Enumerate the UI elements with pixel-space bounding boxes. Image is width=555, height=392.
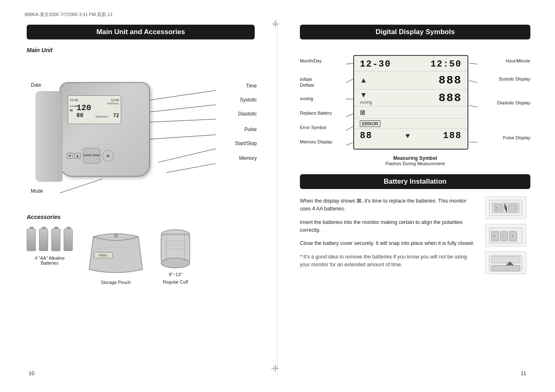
battery-footnote: * It's a good idea to remove the batteri… bbox=[300, 253, 477, 269]
svg-line-23 bbox=[346, 126, 354, 131]
screen-diastolic: 80 bbox=[76, 112, 83, 119]
battery-step-2-img: + − + bbox=[485, 224, 526, 247]
device-illustration: INDEX 12-30 12:50 120 SYSTOLIC mmHg M 80… bbox=[60, 82, 150, 177]
start-stop-callout: Start/Stop bbox=[235, 141, 257, 146]
memory-callout: Memory bbox=[239, 155, 257, 161]
svg-rect-44 bbox=[491, 265, 520, 271]
svg-text:+: + bbox=[496, 206, 498, 210]
measuring-symbol-note: Measuring Symbol Flashes During Measurem… bbox=[374, 155, 456, 166]
cuff-svg bbox=[159, 228, 192, 270]
storage-pouch-label: Storage Pouch bbox=[101, 280, 131, 285]
time-callout: Time bbox=[246, 83, 257, 89]
right-panel: Digital Display Symbols Month/Day Inflat… bbox=[277, 0, 555, 392]
svg-line-16 bbox=[346, 63, 354, 64]
svg-point-13 bbox=[161, 258, 190, 268]
svg-line-4 bbox=[142, 135, 216, 140]
battery-text-1: When the display shows ⊠, it's time to r… bbox=[300, 196, 477, 213]
battery-label: 4 "AA" Alkaline Batteries bbox=[35, 256, 65, 265]
lcd-callout-lines bbox=[354, 56, 467, 149]
battery-step-3-img bbox=[485, 251, 526, 274]
battery-text-column: When the display shows ⊠, it's time to r… bbox=[300, 196, 477, 274]
digital-display-title: Digital Display Symbols bbox=[300, 25, 530, 39]
cuff-size-label: 9"~13" bbox=[169, 272, 182, 277]
error-symbol-callout: Error Symbol bbox=[300, 125, 326, 130]
month-day-callout: Month/Day bbox=[300, 58, 322, 63]
screen-diastolic-label: DIASTOLIC bbox=[95, 115, 108, 118]
svg-point-10 bbox=[114, 234, 117, 238]
batteries-row bbox=[27, 228, 73, 251]
display-diagram: Month/Day InflateDeflate mmHg Replace Ba… bbox=[300, 47, 530, 166]
screen-systolic: 120 bbox=[76, 103, 91, 113]
lcd-display-box: 12-30 12:50 ▲ 888 ▼ mmHg 888 bbox=[353, 55, 468, 150]
svg-line-22 bbox=[469, 105, 477, 107]
battery-step-1-img: + − bbox=[485, 196, 526, 219]
screen-time: 12:50 bbox=[111, 98, 119, 102]
start-stop-label: START /STOP bbox=[83, 154, 99, 157]
battery-step-2-svg: + − + bbox=[487, 226, 524, 245]
measuring-symbol-sublabel: Flashes During Measurement bbox=[385, 161, 444, 166]
battery-3 bbox=[51, 228, 60, 251]
accessories-section: 4 "AA" Alkaline Batteries INDEX bbox=[27, 228, 255, 285]
page-number-left: 10 bbox=[29, 371, 34, 376]
svg-line-24 bbox=[346, 142, 354, 145]
svg-line-17 bbox=[469, 63, 477, 64]
mmhg-callout: mmHg bbox=[300, 96, 313, 101]
svg-line-6 bbox=[166, 164, 216, 173]
device-buttons: ▼ ▲ START /STOP M bbox=[67, 148, 143, 164]
screen-systolic-label: SYSTOLIC bbox=[107, 102, 119, 105]
hour-minute-callout: Hour/Minute bbox=[506, 58, 530, 63]
main-unit-diagram: Date Time Systolic Diastolic Pulse Start… bbox=[27, 58, 257, 210]
screen-pulse: 72 bbox=[113, 113, 119, 119]
page-number-right: 11 bbox=[521, 371, 526, 376]
display-symbols-container: Month/Day InflateDeflate mmHg Replace Ba… bbox=[300, 47, 530, 166]
cuff-type-label: Regular Cuff bbox=[163, 279, 188, 284]
screen-mmhg: mmHg bbox=[70, 105, 77, 107]
memory-button-label: M bbox=[107, 154, 109, 157]
battery-2 bbox=[39, 228, 48, 251]
pulse-callout: Pulse bbox=[244, 127, 257, 132]
battery-step-1-svg: + − bbox=[487, 198, 524, 218]
batteries-group: 4 "AA" Alkaline Batteries bbox=[27, 228, 73, 265]
replace-battery-callout: Replace Battery bbox=[300, 111, 332, 115]
svg-text:INDEX: INDEX bbox=[99, 254, 108, 257]
memory-display-callout: Memory Display bbox=[300, 139, 332, 144]
svg-rect-42 bbox=[491, 256, 520, 263]
svg-text:−: − bbox=[516, 206, 518, 210]
battery-install-title: Battery Installation bbox=[300, 174, 530, 189]
svg-line-5 bbox=[158, 149, 216, 162]
systolic-display-callout: Systolic Display bbox=[499, 76, 530, 81]
main-unit-label: Main Unit bbox=[27, 47, 255, 53]
nav-down: ▼ bbox=[67, 153, 73, 159]
cuff-group: 9"~13" Regular Cuff bbox=[159, 228, 192, 284]
svg-line-18 bbox=[346, 78, 354, 83]
battery-4 bbox=[64, 228, 73, 251]
nav-up: ▲ bbox=[74, 153, 81, 159]
svg-line-21 bbox=[346, 113, 354, 117]
memory-button[interactable]: M bbox=[102, 150, 114, 161]
svg-text:+: + bbox=[511, 234, 514, 238]
mode-callout: Mode bbox=[31, 188, 43, 194]
accessories-label: Accessories bbox=[27, 214, 255, 220]
svg-line-19 bbox=[469, 81, 477, 83]
screen-date: 12-30 bbox=[70, 98, 78, 102]
storage-pouch-svg: INDEX bbox=[85, 228, 147, 278]
systolic-callout: Systolic bbox=[240, 97, 257, 103]
svg-line-7 bbox=[60, 179, 103, 193]
svg-text:−: − bbox=[502, 234, 504, 238]
date-callout: Date bbox=[31, 82, 41, 88]
battery-text-3: Close the battery cover securely. It wil… bbox=[300, 240, 477, 247]
svg-text:+: + bbox=[493, 234, 495, 238]
main-unit-title: Main Unit and Accessories bbox=[27, 25, 255, 39]
inflate-deflate-callout: InflateDeflate bbox=[300, 76, 314, 88]
start-stop-button[interactable]: START /STOP bbox=[83, 148, 100, 164]
pulse-display-callout: Pulse Display bbox=[503, 135, 530, 140]
screen-m: M bbox=[70, 108, 73, 112]
battery-1 bbox=[27, 228, 36, 251]
nav-buttons: ▼ ▲ bbox=[67, 153, 81, 159]
battery-step-3-svg bbox=[487, 253, 524, 273]
battery-install-content: When the display shows ⊠, it's time to r… bbox=[300, 196, 530, 274]
battery-text-2: Insert the batteries into the monitor ma… bbox=[300, 219, 477, 234]
storage-pouch-group: INDEX Storage Pouch bbox=[85, 228, 147, 285]
battery-images-column: + − + − + bbox=[485, 196, 530, 274]
left-panel: Main Unit and Accessories Main Unit bbox=[0, 0, 277, 392]
